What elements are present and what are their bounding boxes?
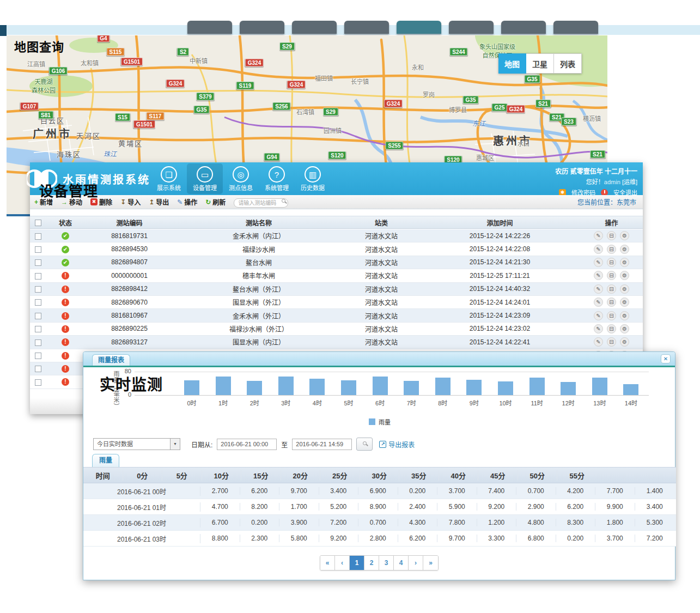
- row-checkbox[interactable]: [35, 379, 41, 386]
- road-badge: S81: [38, 111, 53, 119]
- select-all-checkbox[interactable]: [35, 220, 41, 226]
- gear-icon[interactable]: ⚙: [620, 231, 629, 240]
- close-icon[interactable]: ✕: [661, 354, 671, 363]
- edit-icon[interactable]: ✎: [594, 298, 603, 307]
- top-tab[interactable]: [553, 21, 598, 34]
- gear-icon[interactable]: ⚙: [620, 324, 629, 333]
- top-tab[interactable]: [187, 21, 232, 34]
- x-tick-label: 1时: [212, 398, 234, 407]
- toolbar-button[interactable]: ✎ 操作: [177, 197, 197, 207]
- gear-icon[interactable]: ⚙: [620, 284, 629, 294]
- edit-icon[interactable]: ✎: [594, 324, 603, 333]
- trash-icon[interactable]: ⊟: [607, 324, 616, 333]
- rain-value: 8.300: [556, 519, 596, 526]
- page-button[interactable]: 4: [394, 556, 409, 570]
- trash-icon[interactable]: ⊟: [607, 258, 616, 267]
- trash-icon[interactable]: ⊟: [607, 311, 616, 320]
- nav-item[interactable]: ◎ 测点信息: [223, 163, 259, 194]
- toolbar-button-icon: +: [34, 198, 38, 206]
- page-button[interactable]: 3: [379, 556, 394, 570]
- page-button[interactable]: 2: [364, 556, 379, 570]
- trash-icon[interactable]: ⊟: [607, 271, 616, 280]
- row-checkbox[interactable]: [35, 286, 41, 293]
- trash-icon[interactable]: ⊟: [607, 245, 616, 254]
- map-place-label: 太和镇: [81, 58, 99, 67]
- map-type-button[interactable]: 列表: [554, 53, 582, 74]
- toolbar-button[interactable]: ↧ 导入: [120, 197, 141, 207]
- map-type-button[interactable]: 地图: [498, 53, 526, 74]
- row-checkbox[interactable]: [35, 259, 41, 266]
- gear-icon[interactable]: ⚙: [620, 337, 629, 347]
- edit-icon[interactable]: ✎: [594, 337, 603, 347]
- edit-icon[interactable]: ✎: [594, 311, 603, 320]
- row-checkbox[interactable]: [35, 233, 41, 240]
- page-button[interactable]: »: [423, 556, 438, 570]
- trash-icon[interactable]: ⊟: [607, 284, 616, 294]
- rain-col-header: 35分: [399, 470, 439, 481]
- gear-icon[interactable]: ⚙: [620, 245, 629, 254]
- nav-item[interactable]: ▭ 设备管理: [187, 163, 223, 194]
- annotation-device-mgmt: 设备管理: [39, 180, 98, 200]
- edit-icon[interactable]: ✎: [594, 271, 603, 280]
- row-checkbox[interactable]: [35, 339, 41, 346]
- row-checkbox[interactable]: [35, 273, 41, 280]
- rain-value: 6.900: [358, 487, 398, 495]
- search-icon: [282, 199, 285, 203]
- top-tab[interactable]: [344, 21, 389, 34]
- date-from-input[interactable]: [217, 439, 277, 450]
- rain-value: 9.900: [595, 503, 635, 511]
- row-checkbox[interactable]: [35, 326, 41, 332]
- edit-icon[interactable]: ✎: [594, 258, 603, 267]
- nav-item[interactable]: ▥ 历史数据: [295, 163, 331, 194]
- row-checkbox[interactable]: [35, 313, 41, 319]
- edit-icon[interactable]: ✎: [594, 231, 603, 240]
- export-report-link[interactable]: ↗ 导出报表: [379, 440, 415, 449]
- toolbar-button-label: 操作: [184, 197, 197, 207]
- road-badge: S21: [535, 100, 551, 108]
- row-checkbox[interactable]: [35, 366, 41, 372]
- edit-icon[interactable]: ✎: [594, 245, 603, 254]
- chevron-down-icon[interactable]: ▼: [170, 439, 180, 450]
- trash-icon[interactable]: ⊟: [607, 231, 616, 240]
- rain-value: 9.200: [319, 535, 359, 542]
- tab-rain[interactable]: 雨量: [92, 454, 119, 467]
- top-tab[interactable]: [397, 21, 441, 34]
- toolbar-button[interactable]: ↻ 刷新: [205, 197, 226, 207]
- trash-icon[interactable]: ⊟: [607, 298, 616, 307]
- map-place-label: 天鹿湖 森林公园: [32, 77, 56, 94]
- x-tick-label: 3时: [275, 398, 297, 407]
- nav-item[interactable]: ❏ 展示系统: [151, 163, 187, 194]
- top-tab[interactable]: [240, 21, 284, 34]
- edit-icon[interactable]: ✎: [594, 284, 603, 294]
- toolbar-button[interactable]: ↥ 导出: [149, 197, 169, 207]
- rain-col-header: 20分: [281, 470, 321, 481]
- page-button[interactable]: «: [320, 556, 335, 570]
- search-button[interactable]: [356, 438, 373, 451]
- tab-rain-report[interactable]: 雨量报表: [92, 354, 130, 366]
- gear-icon[interactable]: ⚙: [620, 271, 629, 280]
- rain-time: 2016-06-21 02时: [83, 518, 200, 527]
- station-search-input[interactable]: [234, 198, 288, 208]
- top-tab[interactable]: [501, 21, 546, 34]
- top-tab[interactable]: [449, 21, 494, 34]
- gear-icon[interactable]: ⚙: [620, 298, 629, 307]
- page-button[interactable]: 1: [350, 556, 364, 570]
- nav-item[interactable]: ? 系统管理: [259, 163, 295, 194]
- trash-icon[interactable]: ⊟: [607, 337, 616, 347]
- row-checkbox[interactable]: [35, 299, 41, 306]
- rain-bar: [623, 384, 638, 395]
- gear-icon[interactable]: ⚙: [620, 311, 629, 320]
- row-checkbox[interactable]: [35, 353, 41, 359]
- road-badge: S119: [236, 82, 254, 90]
- page-button[interactable]: ›: [409, 556, 423, 570]
- gear-icon[interactable]: ⚙: [620, 258, 629, 267]
- date-to-input[interactable]: [292, 439, 352, 450]
- username: admin: [604, 179, 620, 185]
- chart-plot: 雨量（毫米） 80 0 雨量 0时1时2时3时4时5时6时7时8时9时10时11…: [83, 367, 676, 438]
- map-type-button[interactable]: 卫星: [526, 53, 554, 74]
- data-range-select[interactable]: 今日实时数据 ▼: [93, 438, 180, 450]
- top-tab[interactable]: [292, 21, 337, 34]
- rain-value: 1.800: [595, 519, 635, 526]
- page-button[interactable]: ‹: [335, 556, 350, 570]
- row-checkbox[interactable]: [35, 246, 41, 253]
